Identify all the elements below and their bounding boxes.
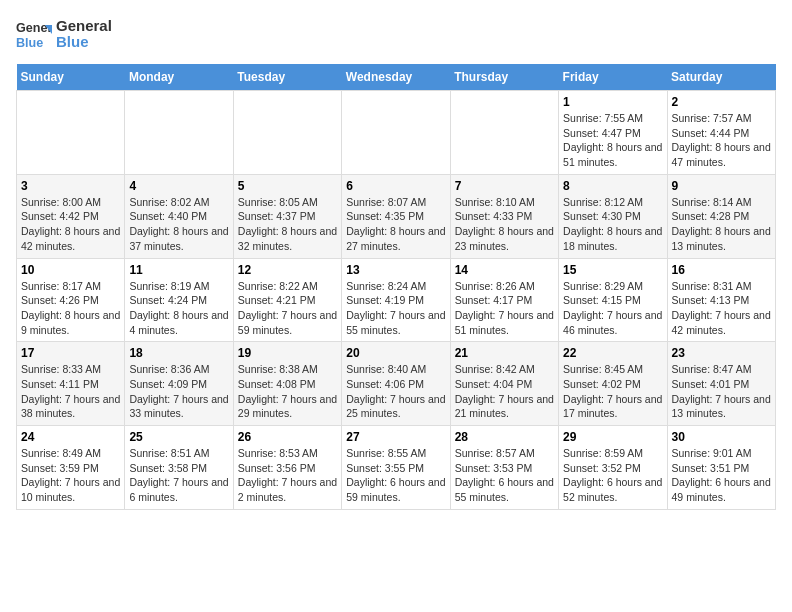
day-number: 17 bbox=[21, 346, 120, 360]
day-info: Sunrise: 8:24 AMSunset: 4:19 PMDaylight:… bbox=[346, 279, 445, 338]
day-info: Sunrise: 8:33 AMSunset: 4:11 PMDaylight:… bbox=[21, 362, 120, 421]
day-info: Sunrise: 7:57 AMSunset: 4:44 PMDaylight:… bbox=[672, 111, 771, 170]
day-number: 30 bbox=[672, 430, 771, 444]
calendar-cell: 3Sunrise: 8:00 AMSunset: 4:42 PMDaylight… bbox=[17, 174, 125, 258]
calendar-cell: 1Sunrise: 7:55 AMSunset: 4:47 PMDaylight… bbox=[559, 91, 667, 175]
weekday-header-sunday: Sunday bbox=[17, 64, 125, 91]
calendar-cell: 27Sunrise: 8:55 AMSunset: 3:55 PMDayligh… bbox=[342, 426, 450, 510]
day-info: Sunrise: 8:12 AMSunset: 4:30 PMDaylight:… bbox=[563, 195, 662, 254]
day-number: 15 bbox=[563, 263, 662, 277]
weekday-header-monday: Monday bbox=[125, 64, 233, 91]
calendar-cell: 6Sunrise: 8:07 AMSunset: 4:35 PMDaylight… bbox=[342, 174, 450, 258]
day-info: Sunrise: 8:55 AMSunset: 3:55 PMDaylight:… bbox=[346, 446, 445, 505]
calendar-cell: 7Sunrise: 8:10 AMSunset: 4:33 PMDaylight… bbox=[450, 174, 558, 258]
day-info: Sunrise: 8:22 AMSunset: 4:21 PMDaylight:… bbox=[238, 279, 337, 338]
day-number: 21 bbox=[455, 346, 554, 360]
page-header: General Blue General Blue bbox=[16, 16, 776, 52]
day-info: Sunrise: 8:57 AMSunset: 3:53 PMDaylight:… bbox=[455, 446, 554, 505]
day-info: Sunrise: 8:36 AMSunset: 4:09 PMDaylight:… bbox=[129, 362, 228, 421]
logo: General Blue General Blue bbox=[16, 16, 112, 52]
calendar-cell: 25Sunrise: 8:51 AMSunset: 3:58 PMDayligh… bbox=[125, 426, 233, 510]
day-number: 25 bbox=[129, 430, 228, 444]
logo-general: General bbox=[56, 18, 112, 35]
svg-text:Blue: Blue bbox=[16, 36, 43, 50]
day-info: Sunrise: 8:02 AMSunset: 4:40 PMDaylight:… bbox=[129, 195, 228, 254]
calendar-week-3: 17Sunrise: 8:33 AMSunset: 4:11 PMDayligh… bbox=[17, 342, 776, 426]
day-info: Sunrise: 8:53 AMSunset: 3:56 PMDaylight:… bbox=[238, 446, 337, 505]
day-number: 26 bbox=[238, 430, 337, 444]
weekday-header-saturday: Saturday bbox=[667, 64, 775, 91]
day-info: Sunrise: 8:47 AMSunset: 4:01 PMDaylight:… bbox=[672, 362, 771, 421]
logo-blue: Blue bbox=[56, 34, 112, 51]
calendar-cell: 18Sunrise: 8:36 AMSunset: 4:09 PMDayligh… bbox=[125, 342, 233, 426]
day-number: 29 bbox=[563, 430, 662, 444]
calendar-cell: 10Sunrise: 8:17 AMSunset: 4:26 PMDayligh… bbox=[17, 258, 125, 342]
day-number: 8 bbox=[563, 179, 662, 193]
day-number: 2 bbox=[672, 95, 771, 109]
day-info: Sunrise: 8:05 AMSunset: 4:37 PMDaylight:… bbox=[238, 195, 337, 254]
svg-text:General: General bbox=[16, 21, 52, 35]
calendar-cell bbox=[125, 91, 233, 175]
day-number: 1 bbox=[563, 95, 662, 109]
day-info: Sunrise: 9:01 AMSunset: 3:51 PMDaylight:… bbox=[672, 446, 771, 505]
calendar-table: SundayMondayTuesdayWednesdayThursdayFrid… bbox=[16, 64, 776, 510]
day-info: Sunrise: 8:10 AMSunset: 4:33 PMDaylight:… bbox=[455, 195, 554, 254]
calendar-week-0: 1Sunrise: 7:55 AMSunset: 4:47 PMDaylight… bbox=[17, 91, 776, 175]
calendar-cell: 19Sunrise: 8:38 AMSunset: 4:08 PMDayligh… bbox=[233, 342, 341, 426]
calendar-cell: 24Sunrise: 8:49 AMSunset: 3:59 PMDayligh… bbox=[17, 426, 125, 510]
calendar-cell bbox=[342, 91, 450, 175]
calendar-cell: 23Sunrise: 8:47 AMSunset: 4:01 PMDayligh… bbox=[667, 342, 775, 426]
day-info: Sunrise: 8:14 AMSunset: 4:28 PMDaylight:… bbox=[672, 195, 771, 254]
weekday-header-tuesday: Tuesday bbox=[233, 64, 341, 91]
calendar-cell bbox=[17, 91, 125, 175]
day-info: Sunrise: 8:00 AMSunset: 4:42 PMDaylight:… bbox=[21, 195, 120, 254]
day-number: 28 bbox=[455, 430, 554, 444]
calendar-cell: 8Sunrise: 8:12 AMSunset: 4:30 PMDaylight… bbox=[559, 174, 667, 258]
calendar-week-2: 10Sunrise: 8:17 AMSunset: 4:26 PMDayligh… bbox=[17, 258, 776, 342]
calendar-cell: 26Sunrise: 8:53 AMSunset: 3:56 PMDayligh… bbox=[233, 426, 341, 510]
calendar-cell: 22Sunrise: 8:45 AMSunset: 4:02 PMDayligh… bbox=[559, 342, 667, 426]
day-number: 14 bbox=[455, 263, 554, 277]
day-info: Sunrise: 8:38 AMSunset: 4:08 PMDaylight:… bbox=[238, 362, 337, 421]
calendar-week-4: 24Sunrise: 8:49 AMSunset: 3:59 PMDayligh… bbox=[17, 426, 776, 510]
calendar-cell: 13Sunrise: 8:24 AMSunset: 4:19 PMDayligh… bbox=[342, 258, 450, 342]
day-number: 19 bbox=[238, 346, 337, 360]
day-info: Sunrise: 8:07 AMSunset: 4:35 PMDaylight:… bbox=[346, 195, 445, 254]
calendar-cell: 9Sunrise: 8:14 AMSunset: 4:28 PMDaylight… bbox=[667, 174, 775, 258]
day-info: Sunrise: 8:49 AMSunset: 3:59 PMDaylight:… bbox=[21, 446, 120, 505]
weekday-header-thursday: Thursday bbox=[450, 64, 558, 91]
day-info: Sunrise: 8:26 AMSunset: 4:17 PMDaylight:… bbox=[455, 279, 554, 338]
calendar-cell: 17Sunrise: 8:33 AMSunset: 4:11 PMDayligh… bbox=[17, 342, 125, 426]
day-number: 4 bbox=[129, 179, 228, 193]
day-number: 16 bbox=[672, 263, 771, 277]
day-number: 6 bbox=[346, 179, 445, 193]
calendar-cell: 28Sunrise: 8:57 AMSunset: 3:53 PMDayligh… bbox=[450, 426, 558, 510]
calendar-cell: 11Sunrise: 8:19 AMSunset: 4:24 PMDayligh… bbox=[125, 258, 233, 342]
day-info: Sunrise: 8:19 AMSunset: 4:24 PMDaylight:… bbox=[129, 279, 228, 338]
calendar-cell: 4Sunrise: 8:02 AMSunset: 4:40 PMDaylight… bbox=[125, 174, 233, 258]
logo-icon: General Blue bbox=[16, 16, 52, 52]
weekday-header-wednesday: Wednesday bbox=[342, 64, 450, 91]
day-number: 22 bbox=[563, 346, 662, 360]
weekday-header-friday: Friday bbox=[559, 64, 667, 91]
day-info: Sunrise: 8:31 AMSunset: 4:13 PMDaylight:… bbox=[672, 279, 771, 338]
calendar-week-1: 3Sunrise: 8:00 AMSunset: 4:42 PMDaylight… bbox=[17, 174, 776, 258]
calendar-cell: 21Sunrise: 8:42 AMSunset: 4:04 PMDayligh… bbox=[450, 342, 558, 426]
day-info: Sunrise: 8:45 AMSunset: 4:02 PMDaylight:… bbox=[563, 362, 662, 421]
day-number: 13 bbox=[346, 263, 445, 277]
calendar-cell: 16Sunrise: 8:31 AMSunset: 4:13 PMDayligh… bbox=[667, 258, 775, 342]
day-number: 27 bbox=[346, 430, 445, 444]
day-number: 9 bbox=[672, 179, 771, 193]
day-number: 3 bbox=[21, 179, 120, 193]
day-number: 18 bbox=[129, 346, 228, 360]
calendar-cell: 12Sunrise: 8:22 AMSunset: 4:21 PMDayligh… bbox=[233, 258, 341, 342]
day-info: Sunrise: 8:17 AMSunset: 4:26 PMDaylight:… bbox=[21, 279, 120, 338]
calendar-cell bbox=[450, 91, 558, 175]
calendar-cell: 15Sunrise: 8:29 AMSunset: 4:15 PMDayligh… bbox=[559, 258, 667, 342]
calendar-cell: 30Sunrise: 9:01 AMSunset: 3:51 PMDayligh… bbox=[667, 426, 775, 510]
day-number: 20 bbox=[346, 346, 445, 360]
day-info: Sunrise: 8:42 AMSunset: 4:04 PMDaylight:… bbox=[455, 362, 554, 421]
calendar-cell bbox=[233, 91, 341, 175]
day-number: 10 bbox=[21, 263, 120, 277]
calendar-cell: 14Sunrise: 8:26 AMSunset: 4:17 PMDayligh… bbox=[450, 258, 558, 342]
